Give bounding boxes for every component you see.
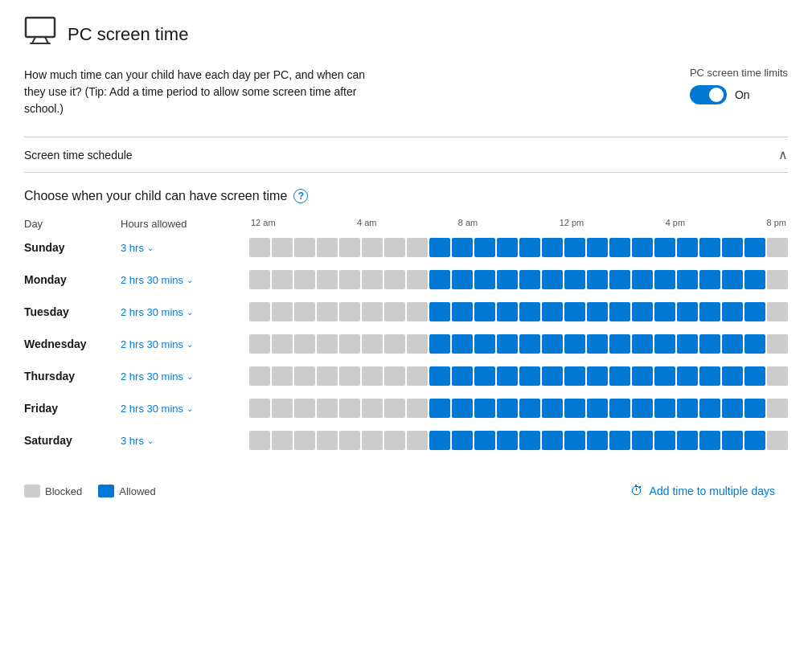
time-block[interactable] — [744, 366, 765, 386]
time-block[interactable] — [384, 431, 405, 450]
time-block[interactable] — [339, 399, 360, 418]
time-block[interactable] — [272, 334, 293, 354]
time-block[interactable] — [294, 238, 315, 257]
time-block[interactable] — [497, 334, 518, 354]
time-block[interactable] — [384, 366, 405, 386]
time-block[interactable] — [429, 399, 450, 418]
time-block[interactable] — [722, 334, 743, 354]
time-block[interactable] — [519, 399, 540, 418]
time-block[interactable] — [677, 302, 698, 321]
time-block[interactable] — [272, 270, 293, 289]
hours-allowed-tuesday[interactable]: 2 hrs 30 mins ⌄ — [121, 306, 249, 318]
time-block[interactable] — [587, 431, 608, 450]
time-block[interactable] — [362, 399, 383, 418]
time-block[interactable] — [542, 399, 563, 418]
hours-allowed-friday[interactable]: 2 hrs 30 mins ⌄ — [121, 403, 249, 415]
time-block[interactable] — [452, 302, 473, 321]
time-block[interactable] — [429, 238, 450, 257]
time-block[interactable] — [722, 302, 743, 321]
time-block[interactable] — [407, 431, 428, 450]
time-block[interactable] — [272, 238, 293, 257]
time-block[interactable] — [542, 334, 563, 354]
time-block[interactable] — [744, 238, 765, 257]
time-block[interactable] — [339, 238, 360, 257]
time-block[interactable] — [474, 366, 495, 386]
time-blocks-tuesday[interactable] — [249, 301, 788, 323]
time-blocks-monday[interactable] — [249, 268, 788, 291]
time-block[interactable] — [384, 302, 405, 321]
time-block[interactable] — [564, 366, 585, 386]
time-block[interactable] — [744, 302, 765, 321]
hours-allowed-monday[interactable]: 2 hrs 30 mins ⌄ — [121, 274, 249, 286]
time-block[interactable] — [429, 302, 450, 321]
time-block[interactable] — [722, 238, 743, 257]
time-block[interactable] — [384, 270, 405, 289]
time-block[interactable] — [407, 302, 428, 321]
time-block[interactable] — [542, 302, 563, 321]
time-block[interactable] — [294, 302, 315, 321]
time-block[interactable] — [609, 302, 630, 321]
time-block[interactable] — [632, 334, 653, 354]
time-block[interactable] — [519, 270, 540, 289]
time-block[interactable] — [564, 334, 585, 354]
time-block[interactable] — [474, 238, 495, 257]
time-block[interactable] — [294, 431, 315, 450]
time-block[interactable] — [362, 366, 383, 386]
time-block[interactable] — [362, 270, 383, 289]
time-block[interactable] — [699, 431, 720, 450]
time-block[interactable] — [744, 399, 765, 418]
time-block[interactable] — [654, 238, 675, 257]
time-block[interactable] — [767, 399, 788, 418]
time-block[interactable] — [294, 366, 315, 386]
time-block[interactable] — [474, 302, 495, 321]
time-block[interactable] — [722, 399, 743, 418]
time-block[interactable] — [564, 399, 585, 418]
time-block[interactable] — [722, 270, 743, 289]
time-block[interactable] — [609, 334, 630, 354]
time-block[interactable] — [609, 431, 630, 450]
time-block[interactable] — [272, 366, 293, 386]
time-blocks-thursday[interactable] — [249, 365, 788, 387]
time-block[interactable] — [249, 270, 270, 289]
time-block[interactable] — [632, 238, 653, 257]
time-block[interactable] — [564, 431, 585, 450]
time-block[interactable] — [452, 366, 473, 386]
time-block[interactable] — [519, 334, 540, 354]
time-block[interactable] — [519, 366, 540, 386]
time-block[interactable] — [519, 302, 540, 321]
time-block[interactable] — [654, 366, 675, 386]
time-block[interactable] — [699, 334, 720, 354]
time-block[interactable] — [632, 431, 653, 450]
time-block[interactable] — [722, 431, 743, 450]
time-block[interactable] — [744, 431, 765, 450]
time-block[interactable] — [677, 366, 698, 386]
time-block[interactable] — [744, 270, 765, 289]
time-block[interactable] — [272, 431, 293, 450]
time-block[interactable] — [317, 334, 338, 354]
time-block[interactable] — [407, 270, 428, 289]
screen-time-toggle[interactable] — [690, 85, 727, 104]
time-block[interactable] — [519, 238, 540, 257]
time-block[interactable] — [654, 302, 675, 321]
time-block[interactable] — [429, 366, 450, 386]
time-block[interactable] — [699, 238, 720, 257]
hours-allowed-saturday[interactable]: 3 hrs ⌄ — [121, 435, 249, 447]
time-block[interactable] — [632, 366, 653, 386]
time-block[interactable] — [699, 399, 720, 418]
time-block[interactable] — [677, 431, 698, 450]
time-block[interactable] — [474, 334, 495, 354]
time-block[interactable] — [767, 270, 788, 289]
time-block[interactable] — [542, 270, 563, 289]
time-block[interactable] — [609, 238, 630, 257]
time-block[interactable] — [564, 238, 585, 257]
time-block[interactable] — [677, 399, 698, 418]
time-block[interactable] — [429, 334, 450, 354]
time-block[interactable] — [519, 431, 540, 450]
time-block[interactable] — [362, 302, 383, 321]
time-block[interactable] — [384, 399, 405, 418]
time-block[interactable] — [339, 302, 360, 321]
time-block[interactable] — [677, 238, 698, 257]
time-block[interactable] — [677, 270, 698, 289]
time-block[interactable] — [564, 270, 585, 289]
time-block[interactable] — [632, 270, 653, 289]
